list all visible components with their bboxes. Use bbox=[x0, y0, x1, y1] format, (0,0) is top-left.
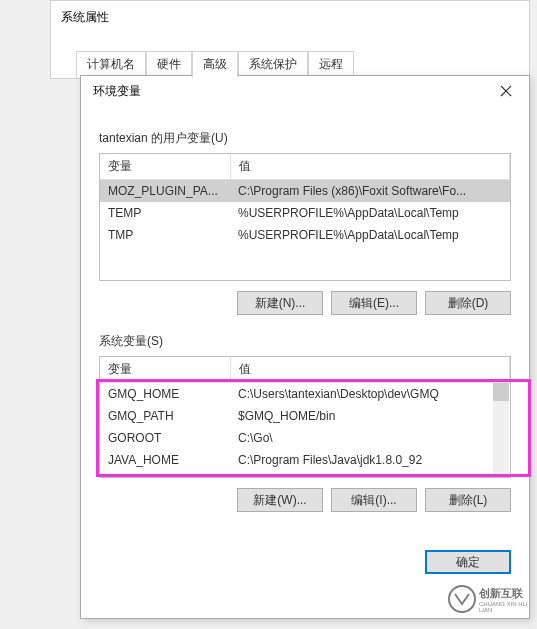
sys-header-value[interactable]: 值 bbox=[230, 357, 510, 383]
scrollbar[interactable]: ▾ bbox=[493, 383, 509, 476]
var-value: C:\Go\ bbox=[230, 427, 510, 449]
watermark-logo: 创新互联 CHUANG XIN HU LIAN bbox=[447, 574, 537, 624]
parent-titlebar: 系统属性 bbox=[51, 1, 529, 33]
table-row[interactable]: JRE_HOME C:\Program Files\Java\jdk1.8.0_… bbox=[100, 471, 510, 478]
tab-computer-name[interactable]: 计算机名 bbox=[76, 51, 146, 78]
var-value: C:\Program Files\Java\jdk1.8.0_92 bbox=[230, 449, 510, 471]
tab-strip: 计算机名 硬件 高级 系统保护 远程 bbox=[76, 51, 529, 78]
table-row[interactable]: GOROOT C:\Go\ bbox=[100, 427, 510, 449]
sys-delete-button[interactable]: 删除(L) bbox=[425, 488, 511, 512]
var-name: JAVA_HOME bbox=[100, 449, 230, 471]
user-new-button[interactable]: 新建(N)... bbox=[237, 291, 323, 315]
var-name: JRE_HOME bbox=[100, 471, 230, 478]
table-row[interactable]: GMQ_PATH $GMQ_HOME/bin bbox=[100, 405, 510, 427]
system-vars-table[interactable]: 变量 值 GMQ_HOME C:\Users\tantexian\Desktop… bbox=[99, 356, 511, 478]
user-delete-button[interactable]: 删除(D) bbox=[425, 291, 511, 315]
tab-advanced[interactable]: 高级 bbox=[192, 51, 238, 78]
user-vars-table[interactable]: 变量 值 MOZ_PLUGIN_PA... C:\Program Files (… bbox=[99, 153, 511, 281]
sys-new-button[interactable]: 新建(W)... bbox=[237, 488, 323, 512]
user-vars-buttons: 新建(N)... 编辑(E)... 删除(D) bbox=[99, 291, 511, 315]
var-value: C:\Program Files\Java\jdk1.8.0_92\jre bbox=[230, 471, 510, 478]
var-value: C:\Users\tantexian\Desktop\dev\GMQ bbox=[230, 383, 510, 406]
watermark-en: CHUANG XIN HU LIAN bbox=[479, 601, 537, 613]
var-name: TMP bbox=[100, 224, 230, 246]
table-row[interactable]: MOZ_PLUGIN_PA... C:\Program Files (x86)\… bbox=[100, 180, 510, 203]
var-name: TEMP bbox=[100, 202, 230, 224]
parent-title: 系统属性 bbox=[61, 9, 109, 26]
environment-variables-dialog: 环境变量 tantexian 的用户变量(U) 变量 值 MOZ_PLUGIN_… bbox=[80, 75, 530, 619]
user-vars-label: tantexian 的用户变量(U) bbox=[99, 130, 511, 147]
var-value: $GMQ_HOME/bin bbox=[230, 405, 510, 427]
table-row[interactable]: TEMP %USERPROFILE%\AppData\Local\Temp bbox=[100, 202, 510, 224]
child-titlebar: 环境变量 bbox=[81, 76, 529, 106]
var-value: C:\Program Files (x86)\Foxit Software\Fo… bbox=[230, 180, 510, 203]
dialog-content: tantexian 的用户变量(U) 变量 值 MOZ_PLUGIN_PA...… bbox=[81, 106, 529, 540]
child-title: 环境变量 bbox=[93, 83, 141, 100]
tab-system-protection[interactable]: 系统保护 bbox=[238, 51, 308, 78]
sys-header-name[interactable]: 变量 bbox=[100, 357, 230, 383]
tab-remote[interactable]: 远程 bbox=[308, 51, 354, 78]
user-edit-button[interactable]: 编辑(E)... bbox=[331, 291, 417, 315]
close-icon[interactable] bbox=[491, 79, 521, 103]
svg-point-0 bbox=[449, 586, 475, 612]
var-name: GOROOT bbox=[100, 427, 230, 449]
var-name: MOZ_PLUGIN_PA... bbox=[100, 180, 230, 203]
var-value: %USERPROFILE%\AppData\Local\Temp bbox=[230, 202, 510, 224]
tab-hardware[interactable]: 硬件 bbox=[146, 51, 192, 78]
user-header-name[interactable]: 变量 bbox=[100, 154, 230, 180]
watermark-cn: 创新互联 bbox=[479, 586, 537, 601]
table-row[interactable]: JAVA_HOME C:\Program Files\Java\jdk1.8.0… bbox=[100, 449, 510, 471]
var-name: GMQ_HOME bbox=[100, 383, 230, 406]
sys-edit-button[interactable]: 编辑(I)... bbox=[331, 488, 417, 512]
var-value: %USERPROFILE%\AppData\Local\Temp bbox=[230, 224, 510, 246]
system-vars-buttons: 新建(W)... 编辑(I)... 删除(L) bbox=[99, 488, 511, 512]
ok-button[interactable]: 确定 bbox=[425, 550, 511, 574]
system-properties-window: 系统属性 计算机名 硬件 高级 系统保护 远程 bbox=[50, 0, 530, 79]
var-name: GMQ_PATH bbox=[100, 405, 230, 427]
system-vars-label: 系统变量(S) bbox=[99, 333, 511, 350]
table-row[interactable]: TMP %USERPROFILE%\AppData\Local\Temp bbox=[100, 224, 510, 246]
user-header-value[interactable]: 值 bbox=[230, 154, 510, 180]
table-row[interactable]: GMQ_HOME C:\Users\tantexian\Desktop\dev\… bbox=[100, 383, 510, 406]
scrollbar-thumb[interactable] bbox=[493, 383, 509, 401]
